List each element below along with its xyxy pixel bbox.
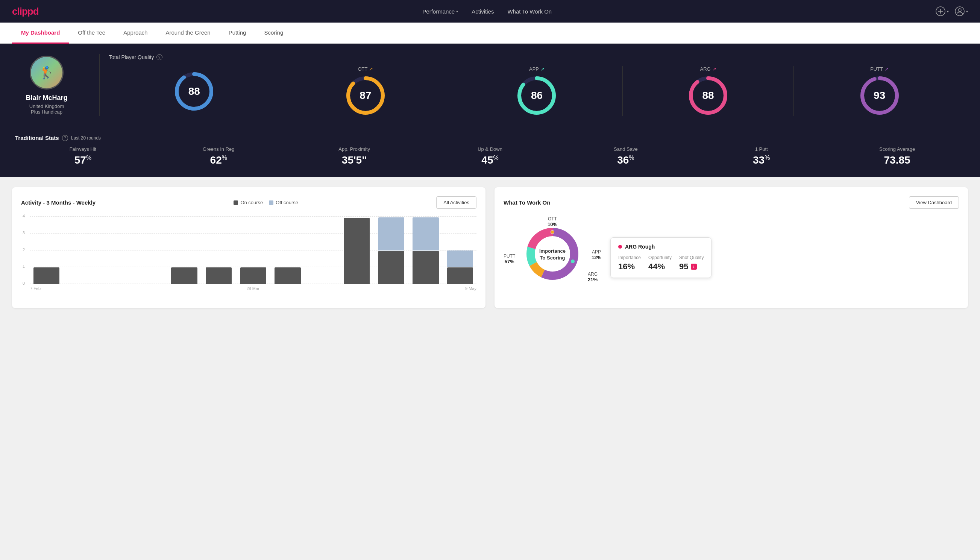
activity-card-header: Activity - 3 Months - Weekly On course O…: [21, 196, 476, 209]
tab-off-the-tee[interactable]: Off the Tee: [69, 23, 114, 43]
total-ring: 88: [173, 71, 215, 112]
bar-group-10: [375, 216, 408, 284]
add-button[interactable]: ▾: [936, 7, 949, 16]
sub-nav: My Dashboard Off the Tee Approach Around…: [0, 23, 980, 43]
tooltip-shot-quality: Shot Quality 95 ↓: [679, 255, 704, 272]
stat-fairways-hit: Fairways Hit 57%: [15, 146, 151, 166]
bar-group-11: [409, 216, 442, 284]
stats-help-icon[interactable]: ?: [62, 135, 68, 141]
stat-value-fairways: 57%: [15, 154, 151, 166]
chevron-down-icon: ▾: [456, 9, 458, 13]
stat-value-updown: 45%: [422, 154, 558, 166]
legend-on-course: On course: [233, 200, 263, 205]
legend-dot-off: [269, 200, 273, 205]
bar-group-2: [99, 216, 131, 284]
tab-around-the-green[interactable]: Around the Green: [156, 23, 219, 43]
putt-label: PUTT 57%: [504, 253, 515, 264]
bar-on-course-9: [344, 218, 369, 284]
bar-on-course-5: [206, 267, 232, 284]
stat-label-fairways: Fairways Hit: [15, 146, 151, 152]
stats-header: Traditional Stats ? Last 20 rounds: [15, 135, 965, 141]
quality-circles: 88 OTT ↗ 87: [109, 66, 965, 116]
stat-label-gir: Greens In Reg: [151, 146, 286, 152]
cards-row: Activity - 3 Months - Weekly On course O…: [0, 177, 980, 318]
arg-tag: ARG ↗: [700, 66, 716, 72]
stat-sand-save: Sand Save 36%: [558, 146, 694, 166]
donut-wrapper: OTT 10% APP 12% ARG 21% PUTT 57%: [504, 216, 601, 299]
bar-on-course-4: [171, 267, 197, 284]
tab-my-dashboard[interactable]: My Dashboard: [12, 23, 69, 43]
nav-activities[interactable]: Activities: [472, 8, 494, 15]
arg-ring: 88: [687, 75, 729, 116]
bar-on-course-0: [33, 267, 60, 284]
bar-group-1: [65, 216, 97, 284]
legend-dot-on: [233, 200, 238, 205]
quality-section: Total Player Quality ? 88 OTT ↗: [109, 54, 965, 116]
bar-chart: 4 3 2 1 0 7 Feb 28 Mar 9 May: [21, 216, 476, 292]
stat-one-putt: 1 Putt 33%: [694, 146, 829, 166]
ott-value: 87: [359, 90, 371, 102]
putt-ring: 93: [859, 75, 900, 116]
what-to-work-on-card: What To Work On View Dashboard OTT 10% A…: [494, 187, 968, 308]
avatar: 🏌️: [30, 56, 63, 90]
stats-title: Traditional Stats: [15, 135, 59, 141]
tooltip-stats: Importance 16% Opportunity 44% Shot Qual…: [618, 255, 704, 272]
stat-value-oneputt: 33%: [694, 154, 829, 166]
bar-group-5: [202, 216, 235, 284]
legend-off-course: Off course: [269, 200, 298, 205]
activity-card-title: Activity - 3 Months - Weekly: [21, 199, 95, 206]
bar-off-course-11: [413, 217, 438, 250]
bar-group-4: [168, 216, 201, 284]
player-country: United Kingdom: [29, 103, 64, 109]
what-card-header: What To Work On View Dashboard: [504, 196, 959, 209]
putt-value: 93: [874, 90, 885, 102]
bar-off-course-10: [378, 217, 404, 250]
user-button[interactable]: ▾: [955, 7, 968, 16]
stat-greens-in-reg: Greens In Reg 62%: [151, 146, 286, 166]
stat-label-updown: Up & Down: [422, 146, 558, 152]
nav-performance[interactable]: Performance ▾: [422, 8, 458, 15]
view-dashboard-button[interactable]: View Dashboard: [909, 196, 959, 209]
chart-legend: On course Off course: [233, 200, 298, 205]
logo[interactable]: clippd: [12, 6, 39, 17]
player-handicap: Plus Handicap: [31, 109, 62, 115]
bar-group-0: [30, 216, 63, 284]
bar-off-course-12: [447, 250, 473, 267]
user-chevron-icon: ▾: [966, 9, 968, 13]
stat-value-proximity: 35'5": [286, 154, 422, 166]
total-value: 88: [188, 85, 200, 97]
tab-putting[interactable]: Putting: [220, 23, 255, 43]
player-info: 🏌️ Blair McHarg United Kingdom Plus Hand…: [15, 54, 90, 116]
bar-group-7: [271, 216, 304, 284]
x-label-may: 9 May: [465, 286, 476, 291]
stat-label-oneputt: 1 Putt: [694, 146, 829, 152]
bar-group-6: [237, 216, 270, 284]
stat-scoring-average: Scoring Average 73.85: [829, 146, 965, 166]
stats-subtitle: Last 20 rounds: [71, 135, 101, 141]
add-chevron-icon: ▾: [947, 9, 949, 13]
arg-rough-tooltip: ARG Rough Importance 16% Opportunity 44%…: [611, 237, 712, 278]
bar-on-course-11: [413, 251, 438, 284]
all-activities-button[interactable]: All Activities: [436, 196, 476, 209]
ott-tag: OTT ↗: [358, 66, 373, 72]
svg-point-4: [958, 8, 961, 12]
help-icon[interactable]: ?: [156, 54, 163, 60]
bar-group-9: [340, 216, 373, 284]
bars-area: [30, 216, 476, 284]
app-ring: 86: [516, 75, 557, 116]
tab-approach[interactable]: Approach: [114, 23, 156, 43]
bar-group-12: [444, 216, 476, 284]
tooltip-dot: [618, 245, 622, 248]
tooltip-title: ARG Rough: [618, 244, 704, 250]
nav-what-to-work-on[interactable]: What To Work On: [507, 8, 552, 15]
tab-scoring[interactable]: Scoring: [255, 23, 292, 43]
quality-label: Total Player Quality ?: [109, 54, 965, 60]
x-label-feb: 7 Feb: [30, 286, 41, 291]
bar-group-3: [133, 216, 166, 284]
arg-value: 88: [702, 90, 714, 102]
avatar-image: 🏌️: [31, 57, 62, 88]
what-card-title: What To Work On: [504, 199, 550, 206]
stat-up-and-down: Up & Down 45%: [422, 146, 558, 166]
quality-ott: OTT ↗ 87: [280, 66, 452, 116]
stats-grid: Fairways Hit 57% Greens In Reg 62% App. …: [15, 146, 965, 166]
